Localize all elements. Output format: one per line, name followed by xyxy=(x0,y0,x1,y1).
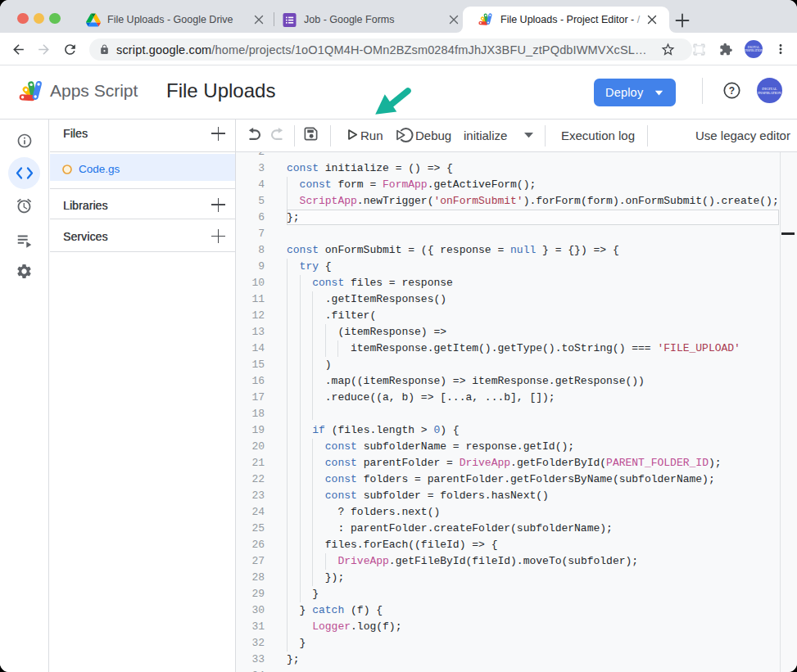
svg-text:?: ? xyxy=(729,85,735,97)
